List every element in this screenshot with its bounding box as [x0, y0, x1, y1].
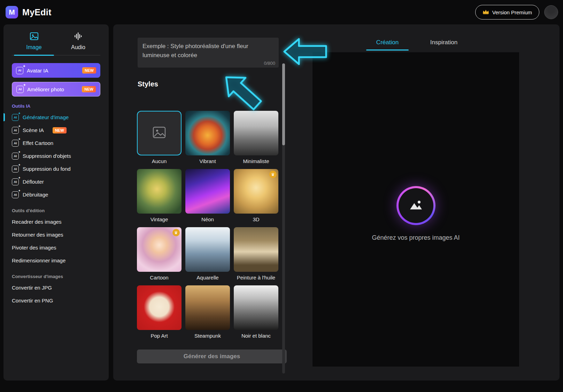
tab-audio[interactable]: Audio [56, 32, 100, 55]
preview-tabs: Création Inspiration [361, 39, 470, 51]
promo-avatar-label: Avatar IA [27, 68, 48, 74]
image-placeholder-icon [153, 126, 166, 140]
sidebar-item-redimensionner[interactable]: Redimensionner image [12, 254, 100, 267]
sidebar-item-label: Convertir en JPG [12, 285, 52, 291]
style-option-steampunk[interactable]: Steampunk [185, 285, 230, 339]
promo-avatar-ia[interactable]: AI Avatar IA NEW [12, 63, 100, 78]
app-title: MyEdit [22, 7, 52, 17]
sidebar-item-generateur-image[interactable]: AI Générateur d'image [12, 111, 100, 124]
scrollbar-thumb[interactable] [282, 63, 285, 145]
premium-crown-icon: ♛ [269, 171, 277, 178]
sidebar-item-convertir-png[interactable]: Convertir en PNG [12, 294, 100, 307]
styles-grid: Aucun Vibrant Minimaliste Vintage Néon ♛… [137, 111, 278, 339]
ai-sparkle-icon: AI [16, 67, 23, 74]
style-label: Aucun [152, 158, 167, 164]
sidebar-item-retourner[interactable]: Retourner des images [12, 228, 100, 241]
style-option-vintage[interactable]: Vintage [137, 169, 182, 222]
preview-area: Générez vos propres images AI [313, 52, 519, 367]
sidebar-item-label: Recadrer des images [12, 219, 62, 225]
sidebar-tabs: Image Audio [12, 32, 100, 55]
style-label: 3D [253, 216, 259, 222]
style-option-3d[interactable]: ♛ 3D [234, 169, 278, 222]
style-option-peinture-huile[interactable]: Peinture à l'huile [234, 227, 278, 280]
style-label: Steampunk [194, 333, 221, 339]
image-tab-label: Image [26, 44, 41, 51]
style-thumb-neon [185, 169, 230, 214]
tab-creation[interactable]: Création [361, 39, 414, 51]
style-thumb-peinture-huile [234, 227, 278, 272]
ai-sparkle-icon: AI [12, 127, 19, 134]
brand: M MyEdit [6, 6, 52, 18]
style-thumb-minimaliste [234, 111, 278, 155]
char-counter: 0/800 [264, 61, 275, 66]
sidebar-item-label: Générateur d'image [23, 114, 69, 120]
tab-image[interactable]: Image [12, 32, 56, 55]
sidebar-item-recadrer[interactable]: Recadrer des images [12, 215, 100, 228]
sidebar-item-label: Suppression d'objets [23, 153, 71, 159]
style-option-neon[interactable]: Néon [185, 169, 230, 222]
new-badge: NEW [82, 67, 96, 74]
style-option-pop-art[interactable]: Pop Art [137, 285, 182, 339]
annotation-arrow-left-icon [282, 37, 328, 66]
style-label: Néon [201, 216, 214, 222]
style-label: Minimaliste [243, 158, 269, 164]
audio-tab-label: Audio [71, 44, 85, 51]
style-option-noir-et-blanc[interactable]: Noir et blanc [234, 285, 278, 339]
sidebar-item-label: Suppression du fond [23, 166, 71, 172]
style-option-vibrant[interactable]: Vibrant [185, 111, 230, 164]
style-label: Vintage [151, 216, 168, 222]
tab-inspiration[interactable]: Inspiration [418, 39, 470, 51]
sidebar-item-label: Convertir en PNG [12, 298, 53, 303]
style-option-minimaliste[interactable]: Minimaliste [234, 111, 278, 164]
sidebar-item-pivoter[interactable]: Pivoter des images [12, 241, 100, 254]
ai-sparkle-icon: AI [12, 178, 19, 185]
scrollbar[interactable] [282, 63, 285, 374]
promo-ameliorer-photo[interactable]: AI Améliorer photo NEW [12, 82, 100, 97]
sidebar-item-deflouter[interactable]: AI Déflouter [12, 175, 100, 188]
sidebar-item-scene-ia[interactable]: AI Scène IA NEW [12, 124, 100, 137]
premium-button[interactable]: Version Premium [475, 5, 539, 20]
style-thumb-cartoon: ♛ [137, 227, 182, 272]
user-avatar[interactable] [544, 5, 558, 19]
style-thumb-pop-art [137, 285, 182, 330]
tab-inspiration-label: Inspiration [430, 39, 457, 46]
style-thumb-noir-et-blanc [234, 285, 278, 330]
style-thumb-aucun [137, 111, 182, 155]
section-title-outils-edition: Outils d'édition [12, 208, 100, 213]
style-label: Pop Art [151, 333, 168, 339]
style-option-cartoon[interactable]: ♛ Cartoon [137, 227, 182, 280]
new-badge: NEW [53, 127, 67, 133]
crown-icon [483, 9, 489, 15]
sidebar-item-label: Retourner des images [12, 232, 63, 238]
style-label: Aquarelle [196, 275, 218, 280]
section-title-outils-ia: Outils IA [12, 103, 100, 109]
generate-images-button[interactable]: Générer des images [137, 349, 287, 363]
tab-creation-label: Création [376, 39, 399, 46]
myedit-logo-icon[interactable]: M [6, 6, 18, 18]
sidebar-item-suppression-objets[interactable]: AI Suppression d'objets [12, 149, 100, 162]
sidebar-item-convertir-jpg[interactable]: Convertir en JPG [12, 281, 100, 294]
style-thumb-steampunk [185, 285, 230, 330]
sidebar-item-effet-cartoon[interactable]: AI Effet Cartoon [12, 137, 100, 149]
premium-label: Version Premium [492, 9, 532, 15]
sidebar-item-label: Effet Cartoon [23, 140, 53, 146]
style-option-aquarelle[interactable]: Aquarelle [185, 227, 230, 280]
prompt-input[interactable] [138, 38, 279, 68]
style-label: Cartoon [150, 275, 168, 280]
image-tab-icon [30, 32, 39, 42]
sidebar-item-debruitage[interactable]: AI Débruitage [12, 188, 100, 201]
section-title-convertisseur: Convertisseur d'images [12, 274, 100, 279]
empty-state-ring [396, 186, 435, 225]
style-label: Peinture à l'huile [237, 275, 275, 280]
top-bar: M MyEdit Version Premium [0, 0, 563, 24]
audio-tab-icon [74, 32, 83, 42]
sidebar-item-label: Déflouter [23, 179, 44, 185]
ai-sparkle-icon: AI [12, 153, 19, 160]
style-thumb-vibrant [185, 111, 230, 155]
style-label: Vibrant [199, 158, 216, 164]
sidebar-item-label: Scène IA [23, 127, 44, 133]
sidebar-item-suppression-fond[interactable]: AI Suppression du fond [12, 162, 100, 175]
sidebar-item-label: Redimensionner image [12, 258, 65, 263]
empty-state-image-icon [409, 199, 423, 212]
style-option-aucun[interactable]: Aucun [137, 111, 182, 164]
